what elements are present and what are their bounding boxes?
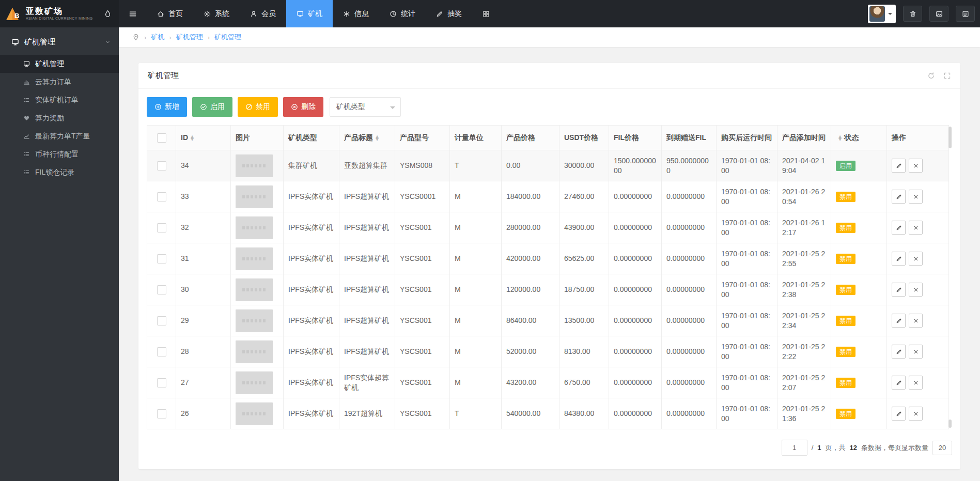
- x-icon: [913, 225, 919, 231]
- column-header-id[interactable]: ID▲▼: [176, 126, 231, 150]
- delete-row-button[interactable]: [909, 159, 923, 173]
- scrollbar-thumb-bottom[interactable]: [948, 420, 952, 428]
- brand-logo[interactable]: B 亚数矿场 ASIAN DIGITAL CURRENCY MINING: [0, 0, 119, 27]
- row-checkbox[interactable]: [157, 316, 166, 325]
- delete-row-button[interactable]: [909, 190, 923, 204]
- sidebar-item-fil-lock-records[interactable]: FIL锁仓记录: [0, 163, 119, 181]
- nav-item-system[interactable]: 系统: [193, 0, 240, 27]
- delete-row-button[interactable]: [909, 221, 923, 235]
- cell-id: 30: [176, 274, 231, 305]
- row-checkbox[interactable]: [157, 378, 166, 387]
- sidebar-item-latest-hashrate-output[interactable]: 最新算力单T产量: [0, 127, 119, 145]
- column-header-label: 计量单位: [455, 133, 484, 142]
- cell-model: YSCS001: [395, 212, 450, 243]
- sidebar-group-header[interactable]: 矿机管理: [0, 27, 119, 55]
- product-image-placeholder: [236, 278, 273, 301]
- nav-item-lottery[interactable]: 抽奖: [426, 0, 472, 27]
- row-checkbox[interactable]: [157, 347, 166, 356]
- sidebar-item-physical-miner-orders[interactable]: 实体矿机订单: [0, 91, 119, 109]
- cell-model: YSCS001: [395, 367, 450, 398]
- edit-button[interactable]: [892, 376, 906, 390]
- breadcrumb-link-miner[interactable]: 矿机: [151, 33, 164, 42]
- cell-status: 禁用: [831, 336, 887, 367]
- edit-button[interactable]: [892, 407, 906, 421]
- edit-button[interactable]: [892, 190, 906, 204]
- sort-icon[interactable]: ▲▼: [838, 135, 842, 141]
- select-all-checkbox[interactable]: [157, 133, 166, 143]
- delete-row-button[interactable]: [909, 376, 923, 390]
- column-header-type: 矿机类型: [284, 126, 339, 150]
- sidebar-item-coin-market-config[interactable]: 币种行情配置: [0, 145, 119, 163]
- delete-row-button[interactable]: [909, 407, 923, 421]
- delete-row-button[interactable]: [909, 283, 923, 297]
- refresh-icon[interactable]: [927, 72, 935, 80]
- scrollbar-thumb[interactable]: [948, 127, 952, 148]
- apps-grid-button[interactable]: [472, 0, 500, 27]
- log-button[interactable]: [956, 6, 975, 22]
- clock-icon: [390, 10, 397, 18]
- delete-row-button[interactable]: [909, 345, 923, 359]
- delete-row-button[interactable]: [909, 314, 923, 328]
- fullscreen-icon[interactable]: [943, 72, 951, 80]
- cell-id: 31: [176, 243, 231, 274]
- nav-item-info[interactable]: 信息: [333, 0, 379, 27]
- menu-toggle[interactable]: [119, 0, 147, 27]
- cell-price: 52000.00: [502, 336, 559, 367]
- enable-button[interactable]: 启用: [192, 97, 232, 117]
- pen-icon: [436, 10, 443, 18]
- sort-icon[interactable]: ▲▼: [376, 135, 379, 141]
- column-header-label: 购买后运行时间: [721, 133, 772, 142]
- home-icon: [157, 10, 164, 18]
- svg-text:B: B: [14, 12, 19, 20]
- edit-button[interactable]: [892, 345, 906, 359]
- add-button[interactable]: 新增: [147, 97, 187, 117]
- image-button[interactable]: [929, 6, 948, 22]
- cell-checkbox: [147, 243, 176, 274]
- cell-type: IPFS实体矿机: [284, 336, 339, 367]
- edit-button[interactable]: [892, 314, 906, 328]
- sort-icon[interactable]: ▲▼: [191, 135, 194, 141]
- cell-unit: T: [450, 150, 502, 181]
- cell-model: YSCS001: [395, 274, 450, 305]
- edit-button[interactable]: [892, 283, 906, 297]
- page-size-box[interactable]: 20: [932, 441, 952, 455]
- nav-item-miner[interactable]: 矿机: [286, 0, 333, 27]
- avatar-button[interactable]: [868, 5, 896, 23]
- row-checkbox[interactable]: [157, 223, 166, 232]
- column-header-title[interactable]: 产品标题▲▼: [339, 126, 395, 150]
- nav-item-stats[interactable]: 统计: [379, 0, 426, 27]
- nav-item-home[interactable]: 首页: [147, 0, 193, 27]
- cell-type: 集群矿机: [284, 150, 339, 181]
- row-checkbox[interactable]: [157, 161, 166, 170]
- sidebar-item-hashrate-reward[interactable]: 算力奖励: [0, 109, 119, 127]
- edit-button[interactable]: [892, 221, 906, 235]
- edit-button[interactable]: [892, 159, 906, 173]
- sidebar-item-cloud-hashrate-orders[interactable]: 云算力订单: [0, 73, 119, 91]
- disable-button[interactable]: 禁用: [238, 97, 278, 117]
- row-checkbox[interactable]: [157, 192, 166, 201]
- cell-title: IPFS超算矿机: [339, 274, 395, 305]
- cell-gift: 0.00000000: [662, 367, 717, 398]
- trash-button[interactable]: [903, 6, 922, 22]
- breadcrumb-link-current[interactable]: 矿机管理: [214, 33, 241, 42]
- delete-button[interactable]: 删除: [283, 97, 323, 117]
- table-toolbar: 新增 启用 禁用 删除 矿机类型: [147, 97, 952, 117]
- page-input[interactable]: [782, 440, 807, 456]
- pencil-icon: [896, 349, 902, 355]
- cell-image: [231, 181, 284, 212]
- edit-button[interactable]: [892, 252, 906, 266]
- row-checkbox[interactable]: [157, 254, 166, 263]
- row-checkbox[interactable]: [157, 409, 166, 418]
- delete-row-button[interactable]: [909, 252, 923, 266]
- cell-checkbox: [147, 212, 176, 243]
- breadcrumb-link-miner-manage[interactable]: 矿机管理: [176, 33, 203, 42]
- droplet-icon[interactable]: [104, 10, 112, 18]
- x-icon: [913, 411, 919, 417]
- row-checkbox[interactable]: [157, 285, 166, 294]
- nav-item-member[interactable]: 会员: [240, 0, 286, 27]
- page-content: 矿机管理 新增 启用 禁用 删除 矿机类型: [119, 47, 980, 481]
- sidebar-item-miner-manage[interactable]: 矿机管理: [0, 55, 119, 73]
- type-select[interactable]: 矿机类型: [330, 97, 401, 117]
- column-header-status[interactable]: ▲▼状态: [831, 126, 887, 150]
- table-scrollbar[interactable]: [948, 126, 952, 429]
